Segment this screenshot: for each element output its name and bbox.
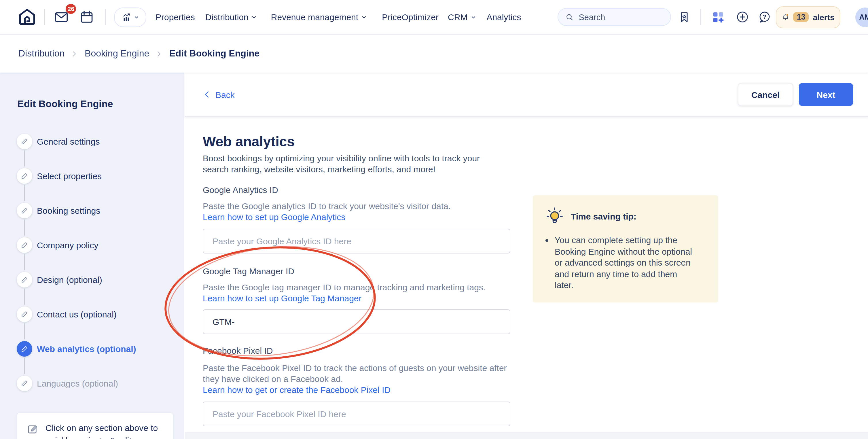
nav-label: Revenue management [271, 12, 359, 22]
pencil-icon [17, 133, 32, 149]
nav-item-priceoptimizer[interactable]: PriceOptimizer [382, 12, 439, 22]
chevron-right-icon [71, 50, 78, 57]
next-button[interactable]: Next [799, 83, 853, 106]
performance-menu-button[interactable] [114, 7, 146, 27]
step-design[interactable]: Design (optional) [0, 262, 184, 297]
help-button[interactable]: ? [757, 8, 771, 26]
user-avatar[interactable]: AM [855, 7, 868, 27]
step-label: Web analytics (optional) [37, 344, 136, 353]
nav-label: Distribution [205, 12, 249, 22]
field-description: Paste the Google analytics ID to track y… [203, 200, 525, 212]
field-description: Paste the Facebook Pixel ID to track the… [203, 363, 525, 395]
step-company-policy[interactable]: Company policy [0, 227, 184, 262]
performance-chart-icon [121, 12, 132, 22]
tip-item: You can complete setting up the Booking … [555, 234, 696, 291]
field-description: Paste the Google tag manager ID to manag… [203, 282, 525, 293]
breadcrumb-distribution[interactable]: Distribution [19, 49, 64, 59]
breadcrumb-current-page: Edit Booking Engine [169, 49, 259, 59]
back-label: Back [215, 90, 235, 99]
field-description-text: Paste the Facebook Pixel ID to track the… [203, 363, 507, 384]
step-label: Languages (optional) [37, 378, 118, 388]
nav-item-analytics[interactable]: Analytics [487, 12, 521, 22]
cancel-button[interactable]: Cancel [738, 83, 793, 106]
divider [700, 9, 701, 25]
chevron-down-icon [361, 14, 367, 20]
breadcrumb: Distribution Booking Engine Edit Booking… [0, 35, 868, 72]
field-label-facebook-pixel-id: Facebook Pixel ID [203, 346, 868, 356]
step-web-analytics[interactable]: Web analytics (optional) [0, 331, 184, 366]
tip-list: You can complete setting up the Booking … [544, 234, 707, 291]
apps-grid-icon [711, 10, 725, 24]
plus-circle-icon [735, 10, 749, 24]
nav-label: Analytics [487, 12, 521, 22]
chevron-right-icon [156, 50, 163, 57]
search-icon [565, 12, 574, 22]
search-input[interactable]: Search [557, 8, 671, 26]
link-get-facebook-pixel-id[interactable]: Learn how to get or create the Facebook … [203, 384, 391, 395]
step-label: Booking settings [37, 206, 100, 215]
chevron-down-icon [133, 14, 139, 20]
step-select-properties[interactable]: Select properties [0, 158, 184, 193]
calendar-button[interactable] [77, 8, 96, 26]
link-setup-google-tag-manager[interactable]: Learn how to set up Google Tag Manager [203, 293, 362, 304]
sidebar-hint-card: Click on any section above to quickly na… [17, 413, 173, 439]
bookmark-button[interactable] [677, 8, 691, 26]
link-setup-google-analytics[interactable]: Learn how to set up Google Analytics [203, 212, 345, 222]
breadcrumb-booking-engine[interactable]: Booking Engine [85, 49, 149, 59]
nav-label: CRM [448, 12, 467, 22]
wizard-steps: General settings Select properties Booki… [0, 124, 184, 400]
wizard-sidebar: Edit Booking Engine General settings Sel… [0, 72, 184, 439]
step-general-settings[interactable]: General settings [0, 124, 184, 158]
alerts-button[interactable]: 13 alerts [776, 6, 840, 28]
step-languages[interactable]: Languages (optional) [0, 366, 184, 400]
nav-item-revenue-management[interactable]: Revenue management [271, 12, 367, 22]
step-contact-us[interactable]: Contact us (optional) [0, 297, 184, 331]
google-analytics-id-input[interactable] [203, 229, 510, 253]
step-booking-settings[interactable]: Booking settings [0, 193, 184, 227]
nav-item-properties[interactable]: Properties [156, 12, 195, 22]
content-bottom-gutter [185, 432, 868, 439]
page-title: Web analytics [203, 133, 868, 150]
nav-label: Properties [156, 12, 195, 22]
bell-icon [781, 10, 789, 24]
chevron-down-icon [470, 14, 476, 20]
top-nav-bar: 26 Properties Distribution [0, 0, 868, 35]
add-button[interactable] [735, 8, 749, 26]
mail-badge: 26 [66, 4, 76, 13]
nav-label: PriceOptimizer [382, 12, 439, 22]
apps-button[interactable] [711, 8, 725, 26]
search-placeholder: Search [579, 12, 605, 22]
pencil-icon [17, 375, 32, 391]
app-window: 26 Properties Distribution [0, 0, 868, 439]
web-analytics-form: Web analytics Boost bookings by optimizi… [185, 117, 868, 426]
sidebar-title: Edit Booking Engine [17, 98, 184, 110]
pencil-icon [17, 272, 32, 287]
tip-title: Time saving tip: [571, 211, 637, 221]
facebook-pixel-id-input[interactable] [203, 402, 510, 426]
back-button[interactable]: Back [203, 90, 235, 99]
chevron-left-icon [203, 90, 212, 99]
step-label: Company policy [37, 240, 98, 250]
step-label: General settings [37, 136, 100, 146]
page-intro: Boost bookings by optimizing your visibi… [203, 153, 495, 175]
main-content: Back Cancel Next Web analytics Boost boo… [185, 72, 868, 439]
pencil-icon [17, 237, 32, 253]
pencil-icon [17, 168, 32, 184]
home-logo-icon[interactable] [17, 7, 37, 27]
nav-item-crm[interactable]: CRM [448, 12, 476, 22]
nav-item-distribution[interactable]: Distribution [205, 12, 257, 22]
chevron-down-icon [251, 14, 257, 20]
sidebar-hint-text: Click on any section above to quickly na… [45, 422, 163, 439]
step-label: Select properties [37, 171, 102, 181]
mail-button[interactable]: 26 [52, 8, 70, 26]
divider [105, 9, 106, 25]
help-bubble-icon: ? [757, 10, 771, 24]
alerts-count: 13 [794, 12, 809, 22]
alerts-label: alerts [813, 12, 835, 22]
google-tag-manager-id-input[interactable] [203, 309, 510, 334]
step-label: Contact us (optional) [37, 309, 117, 319]
wizard-header: Back Cancel Next [185, 72, 868, 117]
svg-text:?: ? [763, 13, 766, 20]
lightbulb-icon [544, 206, 565, 226]
calendar-icon [79, 9, 94, 25]
